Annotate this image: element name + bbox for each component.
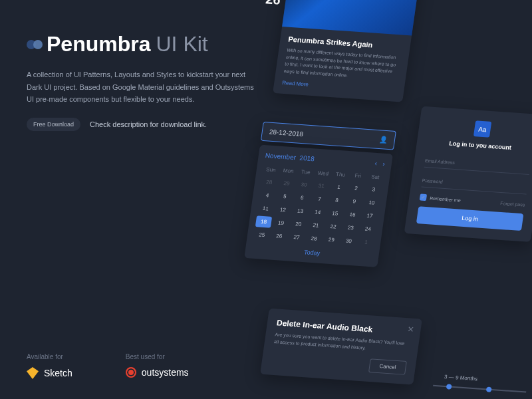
calendar-today-link[interactable]: Today	[252, 245, 372, 260]
calendar-day[interactable]: 1	[331, 181, 348, 193]
title-light: UI Kit	[156, 32, 207, 57]
calendar-day[interactable]: 14	[309, 206, 327, 218]
login-app-icon: Aa	[473, 120, 491, 137]
delete-modal: ✕ Delete In-ear Audio Black Are you sure…	[260, 309, 422, 385]
calendar-day[interactable]: 8	[329, 194, 346, 206]
calendar-day-header: Sat	[367, 172, 384, 182]
logo-icon	[27, 40, 40, 49]
email-field[interactable]: Email Address	[424, 154, 531, 175]
calendar-day-header: Sun	[263, 164, 279, 175]
calendar-day[interactable]: 23	[342, 221, 359, 233]
calendar-day[interactable]: 15	[327, 207, 344, 219]
calendar-day[interactable]: 29	[323, 233, 340, 245]
calendar-day[interactable]: 4	[259, 190, 276, 201]
calendar-day[interactable]: 13	[292, 205, 309, 217]
calendar-day[interactable]: 5	[276, 190, 293, 202]
calendar-next-icon[interactable]: ›	[382, 160, 386, 168]
calendar-day[interactable]: 11	[257, 202, 275, 214]
password-field[interactable]: Password	[422, 174, 529, 195]
sketch-brand: Sketch	[27, 367, 72, 379]
calendar-month[interactable]: November 2018	[265, 152, 315, 162]
calendar-day[interactable]: 20	[290, 218, 307, 230]
hero-description: A collection of UI Patterns, Layouts and…	[27, 68, 259, 106]
calendar-day[interactable]: 17	[361, 209, 378, 221]
calendar-day[interactable]: 24	[360, 223, 377, 235]
calendar-day[interactable]: 2	[348, 182, 365, 194]
range-slider[interactable]	[433, 385, 526, 393]
login-button[interactable]: Log in	[416, 206, 524, 231]
calendar-day[interactable]: 6	[294, 192, 311, 203]
calendar-day[interactable]: 3	[365, 184, 382, 196]
calendar-day[interactable]: 1	[358, 236, 375, 248]
calendar-prev-icon[interactable]: ‹	[374, 160, 378, 167]
outsystems-brand: outsystems	[126, 367, 189, 378]
title-bold: Penumbra	[47, 32, 150, 57]
sketch-icon	[27, 367, 39, 379]
calendar-day[interactable]: 30	[295, 178, 313, 190]
calendar-day[interactable]: 19	[273, 217, 290, 229]
calendar-day[interactable]: 30	[340, 235, 358, 247]
calendar-day[interactable]: 28	[261, 176, 278, 188]
calendar-day[interactable]: 12	[275, 203, 292, 215]
free-download-button[interactable]: Free Download	[27, 118, 80, 131]
calendar-day[interactable]: 10	[363, 197, 380, 209]
calendar-day[interactable]: 26	[271, 230, 288, 242]
stat-number: 26	[265, 0, 281, 8]
login-card: Aa Log in to you account Email Address P…	[404, 106, 532, 242]
available-label: Available for	[27, 353, 72, 360]
calendar-day[interactable]: 25	[253, 229, 271, 241]
article-card: Penumbra Strikes Again With so many diff…	[273, 0, 422, 102]
calendar-day[interactable]: 16	[344, 209, 361, 221]
read-more-link[interactable]: Read More	[282, 80, 396, 94]
calendar-day[interactable]: 28	[305, 233, 323, 245]
calendar-day[interactable]: 21	[307, 219, 325, 231]
calendar-day[interactable]: 7	[311, 193, 329, 205]
user-icon: 👤	[379, 136, 388, 144]
calendar-day[interactable]: 27	[288, 231, 305, 243]
calendar-day-header: Tue	[297, 167, 314, 178]
article-text: With so many different ways today to fin…	[283, 47, 401, 82]
calendar-day-header: Mon	[280, 166, 297, 176]
cancel-button[interactable]: Cancel	[368, 358, 407, 375]
calendar-day[interactable]: 31	[313, 180, 331, 192]
page-title: Penumbra UI Kit	[27, 32, 259, 57]
calendar-day[interactable]: 22	[325, 221, 342, 233]
login-title: Log in to you account	[427, 138, 532, 152]
check-icon: ✓	[420, 194, 427, 201]
calendar-day-header: Thu	[332, 169, 348, 180]
best-used-label: Best used for	[126, 353, 189, 360]
hero-section: Penumbra UI Kit A collection of UI Patte…	[27, 32, 259, 131]
calendar-day-header: Wed	[315, 168, 331, 178]
calendar: November 2018 ‹ › SunMonTueWedThuFriSat2…	[244, 145, 393, 267]
calendar-day-header: Fri	[350, 170, 366, 181]
outsystems-icon	[126, 367, 136, 378]
download-hint: Check description for download link.	[90, 120, 207, 128]
range-label: 3 — 9 Months	[444, 374, 478, 382]
footer: Available for Sketch Best used for outsy…	[27, 353, 189, 379]
close-icon[interactable]: ✕	[407, 325, 415, 334]
calendar-grid: SunMonTueWedThuFriSat2829303112345678910…	[253, 164, 384, 248]
calendar-day[interactable]: 29	[278, 178, 295, 190]
calendar-day[interactable]: 18	[255, 215, 273, 227]
calendar-day[interactable]: 9	[346, 196, 363, 207]
